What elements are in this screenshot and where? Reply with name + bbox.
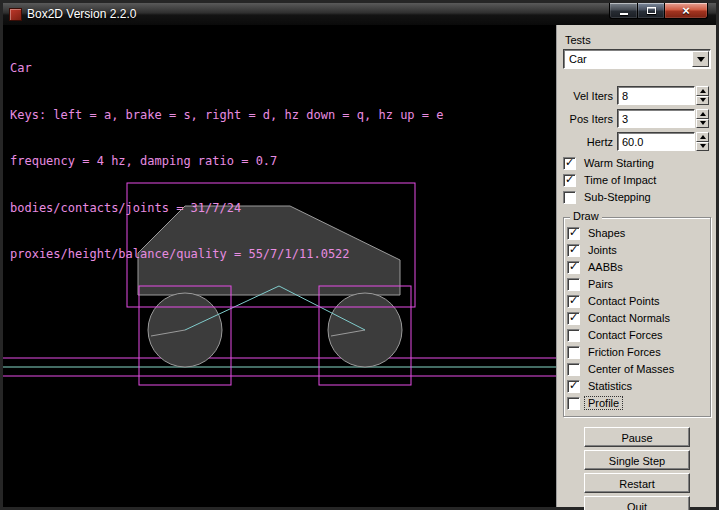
checkbox-box[interactable] [567,278,580,291]
vel-iters-input[interactable] [617,86,695,105]
tests-dropdown-value: Car [569,53,587,65]
tests-label: Tests [565,34,711,46]
app-window: Box2D Version 2.2.0 × [0,0,719,510]
checkbox-label: AABBs [585,261,626,273]
window-controls: × [609,3,708,19]
maximize-icon [647,7,656,14]
vel-iters-row: Vel Iters [563,86,711,105]
checkbox-shapes[interactable]: Shapes [567,225,708,241]
hertz-input[interactable] [617,132,695,151]
checkbox-label: Statistics [585,380,635,392]
checkbox-friction-forces[interactable]: Friction Forces [567,344,708,360]
vel-iters-spinner [696,86,709,105]
checkbox-label: Profile [585,397,622,409]
solver-toggles: Warm Starting Time of Impact Sub-Steppin… [563,155,711,205]
checkbox-label: Time of Impact [581,174,659,186]
dropdown-arrow-button[interactable] [692,51,709,67]
window-title: Box2D Version 2.2.0 [27,7,136,21]
quit-button[interactable]: Quit [584,496,690,510]
draw-group: Draw Shapes Joints AABBs Pairs [563,217,711,417]
checkbox-box[interactable] [567,363,580,376]
single-step-button[interactable]: Single Step [584,450,690,470]
checkbox-box[interactable] [563,174,576,187]
checkbox-label: Center of Masses [585,363,677,375]
spinner-up-icon[interactable] [696,109,709,119]
checkbox-box[interactable] [567,227,580,240]
checkbox-label: Contact Points [585,295,663,307]
pos-iters-spinner [696,109,709,128]
checkbox-box[interactable] [567,295,580,308]
spinner-down-icon[interactable] [696,96,709,106]
action-buttons: Pause Single Step Restart Quit [563,427,711,510]
checkbox-center-of-masses[interactable]: Center of Masses [567,361,708,377]
checkbox-joints[interactable]: Joints [567,242,708,258]
checkbox-box[interactable] [567,312,580,325]
checkbox-pairs[interactable]: Pairs [567,276,708,292]
checkbox-box[interactable] [567,261,580,274]
checkbox-box[interactable] [567,329,580,342]
maximize-button[interactable] [638,3,665,19]
iteration-spinners: Vel Iters Pos Iters Hertz [563,86,711,151]
checkbox-contact-forces[interactable]: Contact Forces [567,327,708,343]
vel-iters-label: Vel Iters [563,90,617,102]
checkbox-label: Pairs [585,278,616,290]
checkbox-box[interactable] [563,157,576,170]
spinner-up-icon[interactable] [696,132,709,142]
checkbox-label: Joints [585,244,620,256]
minimize-icon [620,13,628,15]
tests-dropdown[interactable]: Car [563,49,711,69]
pos-iters-input[interactable] [617,109,695,128]
checkbox-warm-starting[interactable]: Warm Starting [563,155,711,171]
checkbox-contact-normals[interactable]: Contact Normals [567,310,708,326]
spinner-down-icon[interactable] [696,142,709,152]
close-icon: × [682,4,690,18]
checkbox-label: Contact Forces [585,329,666,341]
checkbox-label: Warm Starting [581,157,657,169]
checkbox-box[interactable] [563,191,576,204]
checkbox-label: Friction Forces [585,346,664,358]
simulation-canvas[interactable]: Car Keys: left = a, brake = s, right = d… [3,25,556,507]
checkbox-profile[interactable]: Profile [567,395,708,411]
control-panel: Tests Car Vel Iters Pos Iters [556,25,716,507]
hertz-label: Hertz [563,136,617,148]
checkbox-label: Shapes [585,227,628,239]
stats-bodies-text: bodies/contacts/joints = 31/7/24 [10,201,443,217]
hertz-row: Hertz [563,132,711,151]
stats-proxies-text: proxies/height/balance/quality = 55/7/1/… [10,247,443,263]
checkbox-contact-points[interactable]: Contact Points [567,293,708,309]
checkbox-box[interactable] [567,244,580,257]
chevron-down-icon [697,57,705,62]
checkbox-sub-stepping[interactable]: Sub-Stepping [563,189,711,205]
titlebar[interactable]: Box2D Version 2.2.0 × [3,3,716,25]
frequency-text: frequency = 4 hz, damping ratio = 0.7 [10,154,443,170]
draw-group-title: Draw [570,210,602,222]
checkbox-label: Sub-Stepping [581,191,654,203]
spinner-up-icon[interactable] [696,86,709,96]
spinner-down-icon[interactable] [696,119,709,129]
checkbox-statistics[interactable]: Statistics [567,378,708,394]
close-button[interactable]: × [665,3,708,19]
minimize-button[interactable] [609,3,638,19]
keys-help-text: Keys: left = a, brake = s, right = d, hz… [10,108,443,124]
box2d-app-icon [9,8,22,21]
checkbox-time-of-impact[interactable]: Time of Impact [563,172,711,188]
pos-iters-row: Pos Iters [563,109,711,128]
test-name-text: Car [10,61,443,77]
pos-iters-label: Pos Iters [563,113,617,125]
restart-button[interactable]: Restart [584,473,690,493]
checkbox-box[interactable] [567,397,580,410]
checkbox-label: Contact Normals [585,312,673,324]
checkbox-aabbs[interactable]: AABBs [567,259,708,275]
debug-text-block: Car Keys: left = a, brake = s, right = d… [10,30,443,294]
hertz-spinner [696,132,709,151]
checkbox-box[interactable] [567,380,580,393]
pause-button[interactable]: Pause [584,427,690,447]
checkbox-box[interactable] [567,346,580,359]
